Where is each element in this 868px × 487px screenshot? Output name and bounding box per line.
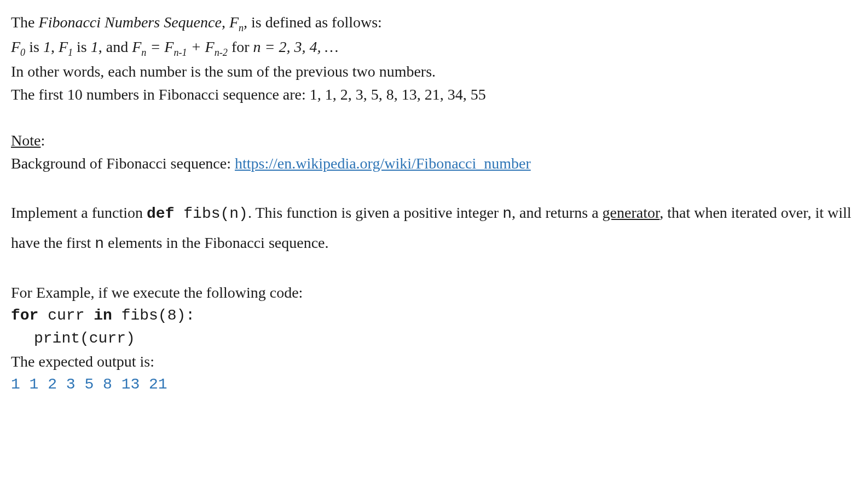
definition-line-1: The Fibonacci Numbers Sequence, Fn, is d… [11, 11, 857, 36]
colon: : [40, 132, 45, 149]
comma: , [51, 38, 59, 55]
value-one: 1 [43, 38, 51, 55]
fibonacci-title: Fibonacci Numbers Sequence [39, 14, 222, 31]
implement-paragraph: Implement a function def fibs(n). This f… [11, 198, 857, 258]
text: Implement a function [11, 204, 147, 221]
definition-line-2: F0 is 1, F1 is 1, and Fn = Fn-1 + Fn-2 f… [11, 36, 857, 60]
fn-var: F [132, 38, 141, 55]
text: elements in the Fibonacci sequence. [104, 234, 329, 251]
code-line-1: for curr in fibs(8): [11, 304, 857, 327]
spacer [11, 258, 857, 281]
fn2-var: F [205, 38, 215, 55]
f1-var: F [59, 38, 68, 55]
in-keyword: in [94, 307, 112, 324]
def-keyword: def [147, 205, 174, 222]
fn-var: F [229, 14, 239, 31]
definition-line-3: In other words, each number is the sum o… [11, 60, 857, 83]
n-var: n [95, 235, 104, 252]
spacer [11, 175, 857, 198]
code-line-2: print(curr) [11, 327, 857, 350]
fibs-call: fibs(8): [112, 307, 195, 324]
for-text: for [228, 38, 253, 55]
note-heading: Note: [11, 129, 857, 152]
text: . This function is given a positive inte… [248, 204, 502, 221]
note-body: Background of Fibonacci sequence: https:… [11, 152, 857, 175]
value-one: 1 [91, 38, 99, 55]
f1-sub: 1 [68, 47, 73, 57]
wikipedia-link[interactable]: https://en.wikipedia.org/wiki/Fibonacci_… [235, 155, 531, 172]
note-text: Background of Fibonacci sequence: [11, 155, 235, 172]
text: is defined as follows: [247, 14, 382, 31]
f0-sub: 0 [20, 47, 25, 57]
f0-var: F [11, 38, 20, 55]
plus: + [187, 38, 205, 55]
n-var: n [502, 205, 512, 222]
eq: = [146, 38, 164, 55]
generator-text: generator [603, 204, 660, 221]
fn1-sub: n-1 [173, 47, 187, 57]
text: is [73, 38, 91, 55]
example-intro: For Example, if we execute the following… [11, 281, 857, 304]
text: The [11, 14, 39, 31]
curr-var: curr [38, 307, 94, 324]
text: , and [99, 38, 132, 55]
expected-output: 1 1 2 3 5 8 13 21 [11, 373, 857, 396]
fn-sub: n [239, 22, 244, 33]
fn1-var: F [164, 38, 173, 55]
fibs-signature: fibs(n) [174, 205, 247, 222]
for-keyword: for [11, 307, 38, 324]
definition-line-4: The first 10 numbers in Fibonacci sequen… [11, 83, 857, 106]
spacer [11, 106, 857, 129]
note-label: Note [11, 132, 40, 149]
text: , [222, 14, 229, 31]
expected-output-label: The expected output is: [11, 350, 857, 373]
fn2-sub: n-2 [215, 47, 228, 57]
text: , and returns a [512, 204, 603, 221]
text: is [25, 38, 43, 55]
n-eq: n = 2, 3, 4, … [253, 38, 339, 55]
